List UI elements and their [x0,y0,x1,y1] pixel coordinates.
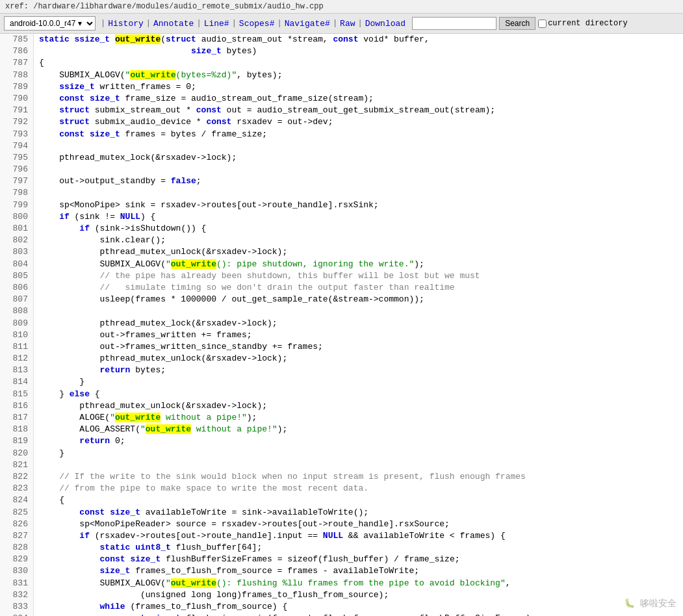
line-number: 800 [0,211,33,223]
line-number: 803 [0,246,33,258]
line-number: 789 [0,81,33,93]
table-row: 786 size_t bytes) [0,45,683,57]
table-row: 798 [0,187,683,199]
line-number: 831 [0,578,33,589]
line-code: return 0; [33,435,683,447]
table-row: 801 if (sink->isShutdown()) { [0,223,683,235]
line-number: 807 [0,294,33,305]
line-number: 826 [0,519,33,530]
table-row: 827 if (rsxadev->routes[out->route_handl… [0,530,683,542]
line-number: 815 [0,389,33,400]
line-code: struct submix_stream_out * const out = a… [33,105,683,116]
breadcrumb: xref: /hardware/libhardware/modules/audi… [0,0,683,14]
table-row: 803 pthread_mutex_unlock(&rsxadev->lock)… [0,246,683,258]
table-row: 794 [0,140,683,152]
line-number: 820 [0,448,33,459]
table-row: 787{ [0,57,683,69]
table-row: 802 sink.clear(); [0,235,683,246]
history-link[interactable]: History [107,19,145,29]
scopes-link[interactable]: Scopes# [238,19,276,29]
line-code: { [33,57,683,69]
line-code: pthread_mutex_lock(&rsxadev->lock); [33,318,683,329]
line-number: 799 [0,199,33,211]
table-row: 824 { [0,494,683,506]
line-link[interactable]: Line# [203,19,231,29]
line-code: if (sink != NULL) { [33,211,683,223]
line-number: 829 [0,554,33,565]
line-code [33,305,683,317]
table-row: 821 [0,459,683,471]
sep3: | [196,19,201,28]
line-number: 834 [0,613,33,616]
line-code: static ssize_t out_write(struct audio_st… [33,34,683,45]
table-row: 825 const size_t availableToWrite = sink… [0,507,683,519]
table-row: 800 if (sink != NULL) { [0,211,683,223]
table-row: 823 // from the pipe to make space to wr… [0,483,683,494]
line-number: 797 [0,175,33,187]
line-code: pthread_mutex_lock(&rsxadev->lock); [33,152,683,164]
line-number: 832 [0,589,33,601]
table-row: 818 ALOG_ASSERT("out_write without a pip… [0,424,683,435]
search-input[interactable] [412,17,496,30]
line-code: } else { [33,389,683,400]
table-row: 832 (unsigned long long)frames_to_flush_… [0,589,683,601]
line-number: 822 [0,471,33,483]
sep4: | [232,19,237,28]
line-code: pthread_mutex_unlock(&rsxadev->lock); [33,246,683,258]
navigate-link[interactable]: Navigate# [283,19,331,29]
line-number: 786 [0,45,33,57]
line-number: 804 [0,259,33,270]
current-directory-checkbox[interactable] [538,19,547,28]
sep2: | [146,19,151,28]
table-row: 815 } else { [0,389,683,400]
table-row: 785static ssize_t out_write(struct audio… [0,34,683,45]
line-code: static uint8_t flush_buffer[64]; [33,542,683,554]
line-code: size_t bytes) [33,45,683,57]
toolbar: android-10.0.0_r47 ▾ | History | Annotat… [0,14,683,34]
line-number: 814 [0,376,33,388]
line-number: 810 [0,329,33,341]
table-row: 789 ssize_t written_frames = 0; [0,81,683,93]
table-row: 807 usleep(frames * 1000000 / out_get_sa… [0,294,683,305]
line-code: struct submix_audio_device * const rsxad… [33,116,683,128]
line-code: return bytes; [33,365,683,376]
line-code: const size_t flush_size = min(frames_to_… [33,613,683,616]
table-row: 790 const size_t frame_size = audio_stre… [0,93,683,105]
table-row: 809 pthread_mutex_lock(&rsxadev->lock); [0,318,683,329]
table-row: 804 SUBMIX_ALOGV("out_write(): pipe shut… [0,259,683,270]
line-number: 809 [0,318,33,329]
line-code: ALOG_ASSERT("out_write without a pipe!")… [33,424,683,435]
line-code: SUBMIX_ALOGV("out_write(): pipe shutdown… [33,259,683,270]
line-number: 833 [0,601,33,613]
line-number: 794 [0,140,33,152]
raw-link[interactable]: Raw [339,19,356,29]
download-link[interactable]: Download [364,19,407,29]
line-code: out->output_standby = false; [33,175,683,187]
annotate-link[interactable]: Annotate [152,19,195,29]
line-number: 795 [0,152,33,164]
watermark: 🐛 哆啦安全 [624,598,677,610]
table-row: 831 SUBMIX_ALOGV("out_write(): flushing … [0,578,683,589]
line-code: const size_t flushBufferSizeFrames = siz… [33,554,683,565]
sep7: | [358,19,363,28]
line-number: 825 [0,507,33,519]
search-button[interactable]: Search [499,17,535,30]
line-code: ALOGE("out_write without a pipe!"); [33,412,683,424]
table-row: 826 sp<MonoPipeReader> source = rsxadev-… [0,519,683,530]
line-code: pthread_mutex_unlock(&rsxadev->lock); [33,353,683,365]
line-number: 818 [0,424,33,435]
table-row: 834 const size_t flush_size = min(frames… [0,613,683,616]
sep5: | [277,19,281,28]
line-code: if (sink->isShutdown()) { [33,223,683,235]
line-number: 798 [0,187,33,199]
table-row: 788 SUBMIX_ALOGV("out_write(bytes=%zd)",… [0,70,683,81]
line-code: ssize_t written_frames = 0; [33,81,683,93]
line-code: const size_t frame_size = audio_stream_o… [33,93,683,105]
table-row: 813 return bytes; [0,365,683,376]
line-number: 796 [0,164,33,175]
line-number: 790 [0,93,33,105]
table-row: 830 size_t frames_to_flush_from_source =… [0,565,683,577]
version-select[interactable]: android-10.0.0_r47 ▾ [4,16,96,31]
line-number: 806 [0,282,33,294]
line-number: 811 [0,341,33,353]
